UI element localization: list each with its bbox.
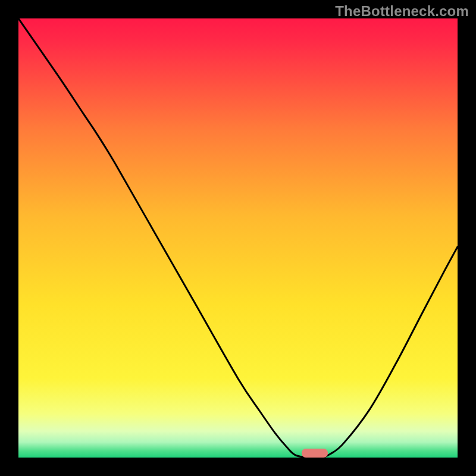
bottleneck-curve (18, 18, 458, 458)
optimum-marker (302, 449, 328, 458)
plot-area (18, 18, 458, 458)
watermark-text: TheBottleneck.com (335, 3, 469, 20)
chart-frame: TheBottleneck.com (0, 0, 476, 476)
